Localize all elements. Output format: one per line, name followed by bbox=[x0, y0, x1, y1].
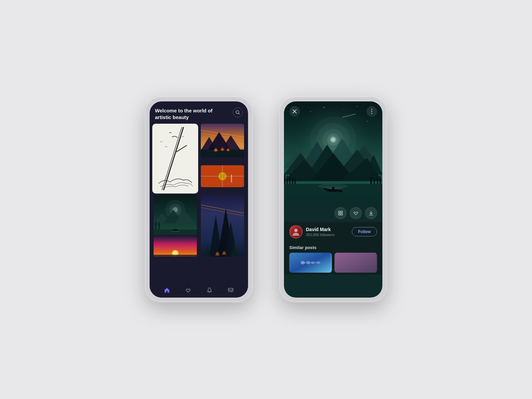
download-button[interactable] bbox=[365, 207, 377, 219]
svg-line-1 bbox=[239, 113, 240, 114]
svg-rect-30 bbox=[155, 225, 156, 229]
bottom-navigation bbox=[150, 282, 248, 298]
user-info: David Mark 350,000 followers Follow bbox=[284, 222, 382, 242]
search-button[interactable] bbox=[233, 107, 243, 117]
phone-1: Welcome to the world of artistic beauty bbox=[145, 97, 253, 302]
svg-rect-52 bbox=[154, 255, 197, 257]
phone1-header: Welcome to the world of artistic beauty bbox=[150, 101, 248, 124]
phone-1-screen: Welcome to the world of artistic beauty bbox=[150, 101, 248, 298]
art-night-mountains[interactable] bbox=[152, 195, 198, 235]
user-followers: 350,000 followers bbox=[306, 233, 334, 237]
svg-rect-87 bbox=[289, 180, 290, 184]
svg-rect-93 bbox=[370, 177, 372, 184]
svg-rect-116 bbox=[338, 211, 340, 213]
main-artwork bbox=[284, 101, 382, 204]
similar-posts: Similar posts bbox=[284, 242, 382, 275]
svg-rect-117 bbox=[341, 211, 342, 213]
svg-rect-89 bbox=[292, 179, 293, 184]
follow-button[interactable]: Follow bbox=[352, 227, 377, 236]
svg-point-114 bbox=[371, 111, 372, 112]
art-night-forest[interactable] bbox=[200, 195, 245, 257]
close-button[interactable] bbox=[289, 106, 300, 117]
phone-2: David Mark 350,000 followers Follow Simi… bbox=[279, 97, 387, 302]
page-title: Welcome to the world of artistic beauty bbox=[155, 107, 215, 120]
svg-rect-32 bbox=[159, 225, 160, 229]
svg-rect-118 bbox=[338, 213, 340, 215]
svg-rect-95 bbox=[374, 179, 375, 184]
svg-rect-124 bbox=[336, 253, 376, 273]
user-details: David Mark 350,000 followers bbox=[289, 225, 334, 238]
similar-post-2[interactable] bbox=[334, 253, 377, 273]
similar-posts-title: Similar posts bbox=[289, 245, 377, 250]
more-options-button[interactable] bbox=[366, 106, 377, 117]
nav-home[interactable] bbox=[162, 285, 172, 296]
svg-rect-85 bbox=[287, 179, 288, 184]
svg-point-64 bbox=[294, 128, 294, 128]
svg-rect-11 bbox=[201, 150, 244, 158]
phone-2-screen: David Mark 350,000 followers Follow Simi… bbox=[284, 101, 382, 298]
svg-point-113 bbox=[371, 109, 372, 110]
art-grid bbox=[150, 124, 248, 257]
user-text: David Mark 350,000 followers bbox=[306, 227, 334, 237]
svg-point-71 bbox=[331, 138, 335, 142]
svg-rect-119 bbox=[341, 213, 342, 215]
similar-post-1[interactable] bbox=[289, 253, 332, 273]
svg-point-122 bbox=[294, 229, 298, 232]
svg-point-21 bbox=[218, 172, 226, 180]
svg-point-115 bbox=[371, 113, 372, 114]
nav-messages[interactable] bbox=[225, 285, 236, 296]
nav-favorites[interactable] bbox=[183, 285, 194, 296]
expand-button[interactable] bbox=[334, 207, 346, 219]
svg-rect-22 bbox=[231, 175, 232, 183]
user-name: David Mark bbox=[306, 227, 334, 232]
action-buttons bbox=[284, 204, 382, 222]
svg-rect-83 bbox=[284, 177, 285, 184]
similar-posts-grid bbox=[289, 253, 377, 273]
user-avatar bbox=[289, 225, 303, 238]
art-mountains-sunset[interactable] bbox=[200, 124, 245, 158]
art-tennis[interactable] bbox=[200, 165, 245, 187]
svg-point-106 bbox=[332, 187, 334, 190]
art-sword[interactable] bbox=[152, 124, 198, 194]
nav-notifications[interactable] bbox=[204, 285, 215, 296]
svg-rect-91 bbox=[295, 180, 296, 184]
art-sunset[interactable] bbox=[152, 236, 198, 257]
svg-rect-99 bbox=[380, 179, 381, 184]
like-button[interactable] bbox=[350, 207, 362, 219]
svg-rect-97 bbox=[377, 180, 378, 184]
